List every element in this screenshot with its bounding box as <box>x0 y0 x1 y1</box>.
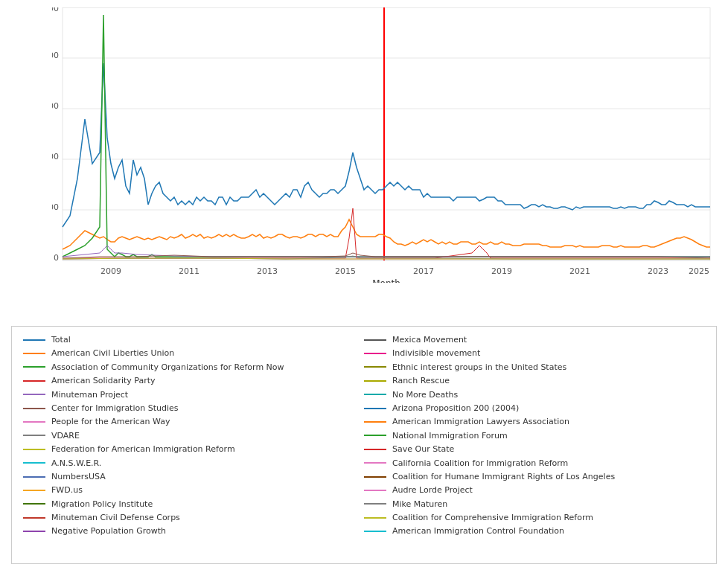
legend-item-mpi: Migration Policy Institute <box>23 499 364 510</box>
legend-label-chirla: Coalition for Humane Immigrant Rights of… <box>392 471 615 482</box>
svg-text:2015: 2015 <box>335 266 356 276</box>
legend-line-nmd <box>364 394 386 395</box>
legend-item-fwd: FWD.us <box>23 484 364 496</box>
legend-item-indivisible: Indivisible movement <box>364 348 705 359</box>
legend-label-minuteman: Minuteman Project <box>51 389 128 400</box>
legend-line-cis <box>23 408 45 409</box>
legend-line-alp <box>364 490 386 491</box>
legend-right: Mexica Movement Indivisible movement Eth… <box>364 334 705 556</box>
legend-item-fair: Federation for American Immigration Refo… <box>23 443 364 455</box>
svg-text:200000: 200000 <box>52 51 59 60</box>
legend-item-az200: Arizona Proposition 200 (2004) <box>364 403 705 414</box>
legend-line-answer <box>23 462 45 464</box>
legend-label-alp: Audre Lorde Project <box>392 484 473 496</box>
legend-item-npg: Negative Population Growth <box>23 525 364 537</box>
legend-item-aclu: American Civil Liberties Union <box>23 348 364 359</box>
legend-left: Total American Civil Liberties Union Ass… <box>23 334 364 556</box>
legend-line-ethnic <box>364 366 386 368</box>
legend-label-vdare: VDARE <box>51 430 80 441</box>
legend-line-asp <box>23 380 45 382</box>
legend-item-cis: Center for Immigration Studies <box>23 403 364 414</box>
legend-label-mpi: Migration Policy Institute <box>51 499 153 510</box>
legend-item-ccir: California Coalition for Immigration Ref… <box>364 458 705 469</box>
svg-rect-0 <box>63 7 710 260</box>
legend-label-fwd: FWD.us <box>51 484 83 496</box>
legend-label-sos: Save Our State <box>392 443 454 455</box>
main-container: 0 50000 100000 150000 200000 250000 2009… <box>0 0 728 570</box>
legend-label-indivisible: Indivisible movement <box>392 348 480 359</box>
legend-item-aicf: American Immigration Control Foundation <box>364 525 705 537</box>
chart-area: 0 50000 100000 150000 200000 250000 2009… <box>0 0 728 320</box>
legend-line-az200 <box>364 408 386 409</box>
legend-label-fair: Federation for American Immigration Refo… <box>51 443 235 455</box>
legend-item-aila: American Immigration Lawyers Association <box>364 416 705 427</box>
svg-text:2019: 2019 <box>491 266 512 276</box>
legend-item-nmd: No More Deaths <box>364 389 705 400</box>
legend-item-mcdc: Minuteman Civil Defense Corps <box>23 512 364 523</box>
legend-label-ccir: California Coalition for Immigration Ref… <box>392 458 568 469</box>
legend-item-numbersusa: NumbersUSA <box>23 471 364 482</box>
legend-label-az200: Arizona Proposition 200 (2004) <box>392 403 519 414</box>
svg-text:2023: 2023 <box>648 266 668 276</box>
legend-line-mike <box>364 503 386 505</box>
legend-label-numbersusa: NumbersUSA <box>51 471 106 482</box>
legend-item-answer: A.N.S.W.E.R. <box>23 458 364 469</box>
legend-label-aila: American Immigration Lawyers Association <box>392 416 569 427</box>
svg-text:50000: 50000 <box>52 202 59 212</box>
legend-label-total: Total <box>51 334 71 345</box>
svg-text:2025: 2025 <box>689 266 709 276</box>
legend-label-mexica: Mexica Movement <box>392 334 467 345</box>
legend-item-acorn: Association of Community Organizations f… <box>23 362 364 373</box>
legend-label-acorn: Association of Community Organizations f… <box>51 362 284 373</box>
legend-line-chirla <box>364 476 386 478</box>
svg-text:2013: 2013 <box>257 266 278 276</box>
legend-item-chirla: Coalition for Humane Immigrant Rights of… <box>364 471 705 482</box>
svg-text:2017: 2017 <box>413 266 434 276</box>
legend-line-minuteman <box>23 394 45 395</box>
legend-line-nif <box>364 435 386 436</box>
legend-item-pfaw: People for the American Way <box>23 416 364 427</box>
legend-line-ccir2 <box>364 517 386 519</box>
legend-line-ccir <box>364 462 386 464</box>
legend-label-nif: National Immigration Forum <box>392 430 508 441</box>
legend-item-sos: Save Our State <box>364 443 705 455</box>
legend-label-nmd: No More Deaths <box>392 389 458 400</box>
legend-line-aila <box>364 421 386 423</box>
legend-line-pfaw <box>23 421 45 423</box>
svg-text:2021: 2021 <box>569 266 590 276</box>
svg-text:250000: 250000 <box>52 7 59 13</box>
legend-item-total: Total <box>23 334 364 345</box>
legend-item-alp: Audre Lorde Project <box>364 484 705 496</box>
legend-line-npg <box>23 531 45 532</box>
legend-label-npg: Negative Population Growth <box>51 525 166 537</box>
legend-line-total <box>23 339 45 341</box>
legend-line-fwd <box>23 490 45 491</box>
legend-label-aclu: American Civil Liberties Union <box>51 348 174 359</box>
legend-item-mexica: Mexica Movement <box>364 334 705 345</box>
legend-item-nif: National Immigration Forum <box>364 430 705 441</box>
legend-label-asp: American Solidarity Party <box>51 375 156 386</box>
legend-line-mpi <box>23 503 45 505</box>
legend-label-ranch: Ranch Rescue <box>392 375 450 386</box>
legend-label-mcdc: Minuteman Civil Defense Corps <box>51 512 180 523</box>
legend-item-minuteman: Minuteman Project <box>23 389 364 400</box>
legend-label-pfaw: People for the American Way <box>51 416 170 427</box>
svg-text:0: 0 <box>54 253 59 263</box>
legend-line-mexica <box>364 339 386 341</box>
legend-item-asp: American Solidarity Party <box>23 375 364 386</box>
legend-label-answer: A.N.S.W.E.R. <box>51 458 101 469</box>
legend-line-aclu <box>23 353 45 354</box>
legend-line-vdare <box>23 435 45 436</box>
svg-text:2011: 2011 <box>179 266 199 276</box>
legend-line-aicf <box>364 531 386 532</box>
legend-line-acorn <box>23 366 45 368</box>
legend-label-ethnic: Ethnic interest groups in the United Sta… <box>392 362 566 373</box>
svg-text:150000: 150000 <box>52 101 59 111</box>
svg-text:100000: 100000 <box>52 152 59 161</box>
legend-line-fair <box>23 449 45 450</box>
legend-item-mike: Mike Maturen <box>364 499 705 510</box>
legend-label-mike: Mike Maturen <box>392 499 447 510</box>
svg-text:2009: 2009 <box>100 266 121 276</box>
legend-line-ranch <box>364 380 386 382</box>
legend-item-ranch: Ranch Rescue <box>364 375 705 386</box>
